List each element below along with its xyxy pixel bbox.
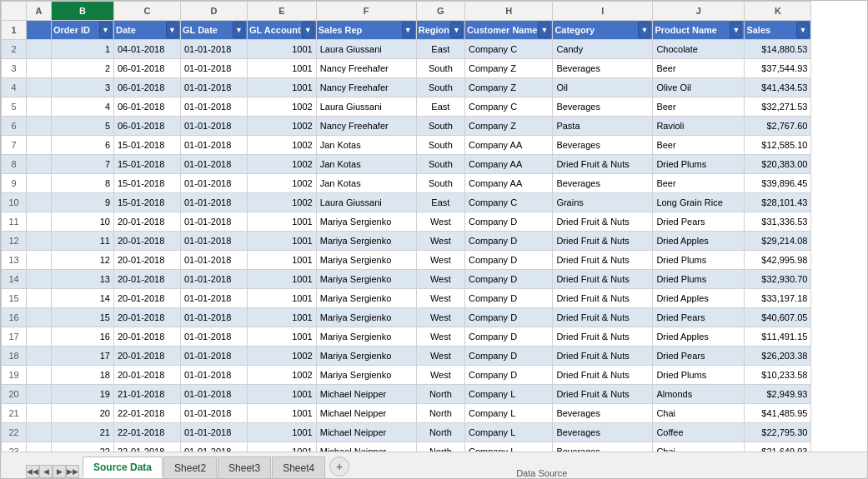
data-cell[interactable]: $42,995.98: [745, 251, 811, 270]
data-cell[interactable]: 20-01-2018: [114, 289, 181, 308]
data-cell[interactable]: Company D: [465, 366, 553, 385]
col-a-cell[interactable]: [27, 442, 52, 452]
data-cell[interactable]: 1001: [248, 289, 317, 308]
data-cell[interactable]: 04-01-2018: [114, 40, 181, 59]
filter-btn-gl-date[interactable]: ▼: [233, 22, 245, 38]
data-cell[interactable]: Mariya Sergienko: [316, 289, 416, 308]
data-cell[interactable]: Company D: [465, 270, 553, 289]
data-cell[interactable]: Company L: [465, 442, 553, 452]
data-cell[interactable]: Jan Kotas: [316, 136, 416, 155]
data-cell[interactable]: $41,434.53: [745, 78, 811, 97]
col-a-cell[interactable]: [27, 423, 52, 442]
data-cell[interactable]: Mariya Sergienko: [316, 327, 416, 347]
data-cell[interactable]: 13: [52, 270, 114, 289]
tab-nav-next[interactable]: ▶: [53, 465, 66, 478]
filter-btn-category[interactable]: ▼: [638, 22, 650, 38]
data-cell[interactable]: Dried Fruit & Nuts: [553, 251, 653, 270]
data-cell[interactable]: Company D: [465, 347, 553, 366]
data-cell[interactable]: West: [416, 347, 464, 366]
data-cell[interactable]: $22,795.30: [745, 423, 811, 442]
data-cell[interactable]: 21-01-2018: [114, 385, 181, 404]
col-a-cell[interactable]: [27, 270, 52, 289]
data-cell[interactable]: 1001: [248, 40, 317, 59]
data-cell[interactable]: Company AA: [465, 136, 553, 155]
col-a-cell[interactable]: [27, 193, 52, 212]
data-cell[interactable]: Candy: [553, 40, 653, 59]
data-cell[interactable]: Mariya Sergienko: [316, 251, 416, 270]
header-region[interactable]: Region▼: [416, 21, 464, 40]
data-cell[interactable]: Dried Plums: [653, 366, 745, 385]
data-cell[interactable]: 01-01-2018: [181, 404, 248, 423]
header-sales[interactable]: Sales▼: [745, 21, 811, 40]
data-cell[interactable]: 15-01-2018: [114, 193, 181, 212]
data-cell[interactable]: Beverages: [553, 423, 653, 442]
header-customer-name[interactable]: Customer Name▼: [465, 21, 553, 40]
data-cell[interactable]: Dried Fruit & Nuts: [553, 232, 653, 251]
data-cell[interactable]: 22-01-2018: [114, 442, 181, 452]
data-cell[interactable]: 06-01-2018: [114, 59, 181, 78]
data-cell[interactable]: Beverages: [553, 136, 653, 155]
data-cell[interactable]: South: [416, 155, 464, 174]
data-cell[interactable]: 15-01-2018: [114, 155, 181, 174]
data-cell[interactable]: 1001: [248, 270, 317, 289]
data-cell[interactable]: Company L: [465, 385, 553, 404]
col-a-cell[interactable]: [27, 155, 52, 174]
data-cell[interactable]: Mariya Sergienko: [316, 308, 416, 327]
data-cell[interactable]: 19: [52, 385, 114, 404]
data-cell[interactable]: 01-01-2018: [181, 193, 248, 212]
data-cell[interactable]: $10,233.58: [745, 366, 811, 385]
data-cell[interactable]: 20-01-2018: [114, 251, 181, 270]
data-cell[interactable]: $14,880.53: [745, 40, 811, 59]
col-a-cell[interactable]: [27, 251, 52, 270]
data-cell[interactable]: 01-01-2018: [181, 117, 248, 136]
col-a-cell[interactable]: [27, 404, 52, 423]
data-cell[interactable]: Dried Plums: [653, 155, 745, 174]
col-a-cell[interactable]: [27, 212, 52, 232]
data-cell[interactable]: 1001: [248, 442, 317, 452]
data-cell[interactable]: Beer: [653, 97, 745, 117]
data-cell[interactable]: Company L: [465, 404, 553, 423]
data-cell[interactable]: $39,896.45: [745, 174, 811, 193]
data-cell[interactable]: $26,203.38: [745, 347, 811, 366]
data-cell[interactable]: West: [416, 251, 464, 270]
data-cell[interactable]: Dried Plums: [653, 251, 745, 270]
data-cell[interactable]: Company C: [465, 193, 553, 212]
data-cell[interactable]: 1: [52, 40, 114, 59]
data-cell[interactable]: 20-01-2018: [114, 366, 181, 385]
data-cell[interactable]: $32,271.53: [745, 97, 811, 117]
data-cell[interactable]: Dried Pears: [653, 308, 745, 327]
data-cell[interactable]: 01-01-2018: [181, 347, 248, 366]
sheet-tab-sheet3[interactable]: Sheet3: [218, 457, 271, 478]
filter-btn-order-id[interactable]: ▼: [99, 22, 112, 38]
data-cell[interactable]: 14: [52, 289, 114, 308]
col-a-cell[interactable]: [27, 327, 52, 347]
data-cell[interactable]: Company C: [465, 40, 553, 59]
data-cell[interactable]: 06-01-2018: [114, 78, 181, 97]
data-cell[interactable]: 15-01-2018: [114, 174, 181, 193]
data-cell[interactable]: Company AA: [465, 174, 553, 193]
data-cell[interactable]: South: [416, 78, 464, 97]
data-cell[interactable]: 12: [52, 251, 114, 270]
data-cell[interactable]: Chai: [653, 404, 745, 423]
data-cell[interactable]: 20-01-2018: [114, 327, 181, 347]
data-cell[interactable]: Dried Fruit & Nuts: [553, 289, 653, 308]
header-product-name[interactable]: Product Name▼: [653, 21, 745, 40]
data-cell[interactable]: Beer: [653, 174, 745, 193]
filter-btn-date[interactable]: ▼: [166, 22, 178, 38]
data-cell[interactable]: Beverages: [553, 442, 653, 452]
data-cell[interactable]: Company D: [465, 212, 553, 232]
col-a-cell[interactable]: [27, 78, 52, 97]
data-cell[interactable]: Jan Kotas: [316, 155, 416, 174]
col-a-cell[interactable]: [27, 174, 52, 193]
data-cell[interactable]: 01-01-2018: [181, 442, 248, 452]
data-cell[interactable]: 1002: [248, 366, 317, 385]
data-cell[interactable]: 7: [52, 155, 114, 174]
data-cell[interactable]: 01-01-2018: [181, 251, 248, 270]
data-cell[interactable]: Company AA: [465, 155, 553, 174]
tab-nav-last[interactable]: ▶▶: [66, 465, 79, 478]
data-cell[interactable]: Dried Pears: [653, 212, 745, 232]
data-cell[interactable]: Dried Fruit & Nuts: [553, 155, 653, 174]
header-gl-account[interactable]: GL Account▼: [248, 21, 317, 40]
data-cell[interactable]: Beverages: [553, 174, 653, 193]
header-sales-rep[interactable]: Sales Rep▼: [316, 21, 416, 40]
